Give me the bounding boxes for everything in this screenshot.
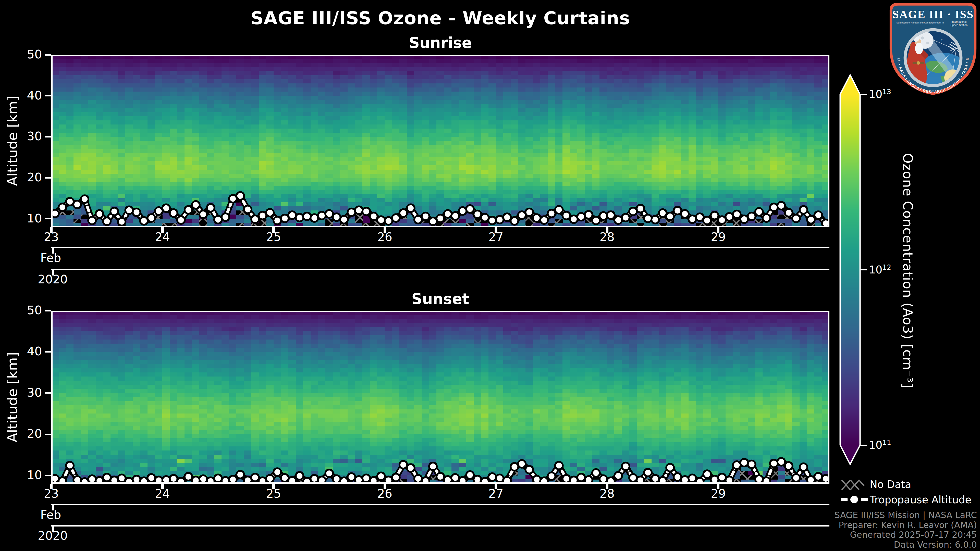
page-title: SAGE III/ISS Ozone - Weekly Curtains — [51, 8, 829, 29]
attribution-line: Data Version: 6.0.0 — [834, 540, 977, 550]
sunset-month-line — [51, 504, 829, 505]
x-tick-label: 26 — [367, 487, 403, 500]
tropopause-line-icon — [840, 493, 868, 506]
x-tick-label: 27 — [478, 487, 514, 500]
logo-subtitle-right-2: Space Station — [950, 24, 967, 27]
x-tick-label: 23 — [33, 487, 69, 500]
attribution-line: Generated 2025-07-17 20:45 — [834, 530, 977, 540]
attribution-block: SAGE III/ISS Mission | NASA LaRC Prepare… — [834, 510, 977, 549]
y-tick-label: 50 — [9, 303, 42, 317]
y-tick-label: 20 — [9, 427, 42, 441]
x-tick-label: 29 — [700, 230, 736, 244]
y-tick-label: 40 — [9, 88, 42, 102]
colorbar-tick-mark — [861, 94, 867, 95]
y-tick-mark — [45, 475, 51, 476]
colorbar-tick-mark — [861, 269, 867, 270]
sunset-year-label: 2020 — [38, 529, 68, 543]
attribution-line: SAGE III/ISS Mission | NASA LaRC — [834, 510, 977, 520]
logo-moon-crater-2 — [926, 42, 929, 44]
no-data-hatch-icon — [840, 478, 865, 492]
y-tick-mark — [45, 310, 51, 311]
x-tick-label: 28 — [589, 230, 625, 244]
colorbar-tick-label: 1012 — [869, 263, 891, 276]
sunrise-heatmap-canvas — [51, 55, 829, 227]
y-tick-mark — [45, 218, 51, 219]
x-tick-label: 24 — [145, 487, 180, 500]
colorbar-tick-label: 1011 — [869, 438, 891, 451]
x-tick-label: 25 — [256, 230, 291, 244]
sunrise-year-line — [51, 269, 829, 270]
attribution-line: Preparer: Kevin R. Leavor (AMA) — [834, 520, 977, 530]
y-tick-label: 10 — [9, 468, 42, 482]
sunset-year-line — [51, 525, 829, 527]
y-tick-mark — [45, 95, 51, 97]
x-tick-label: 26 — [367, 230, 403, 244]
y-tick-mark — [45, 433, 51, 435]
y-tick-mark — [45, 54, 51, 56]
sage-iss-mission-logo: SAGE III · ISS Stratospheric Aerosol and… — [888, 2, 978, 97]
sunset-panel-title: Sunset — [51, 290, 829, 308]
y-tick-label: 30 — [9, 386, 42, 400]
sunrise-year-label: 2020 — [38, 272, 68, 286]
x-tick-label: 23 — [33, 230, 69, 244]
colorbar-tick-label: 1013 — [869, 88, 891, 100]
sunset-heatmap-canvas — [51, 311, 829, 484]
y-tick-label: 50 — [9, 47, 42, 61]
y-tick-mark — [45, 392, 51, 394]
x-tick-label: 24 — [145, 230, 180, 244]
y-tick-label: 20 — [9, 170, 42, 184]
y-tick-label: 30 — [9, 129, 42, 143]
colorbar-gradient-arrow — [840, 75, 860, 464]
x-tick-label: 29 — [700, 487, 736, 500]
y-tick-mark — [45, 351, 51, 353]
y-tick-mark — [45, 177, 51, 179]
y-tick-mark — [45, 136, 51, 138]
sunrise-month-label: Feb — [40, 251, 61, 265]
sunset-month-label: Feb — [40, 508, 61, 522]
sunrise-panel-title: Sunrise — [51, 34, 829, 52]
no-data-legend-label: No Data — [870, 478, 912, 490]
y-tick-label: 40 — [9, 345, 42, 359]
logo-subtitle-left: Stratospheric Aerosol and Gas Experiment… — [896, 21, 943, 24]
colorbar-label: Ozone Concentration (Ao3) [cm⁻³] — [896, 96, 919, 445]
tropopause-legend-label: Tropopause Altitude — [870, 494, 971, 506]
y-tick-label: 10 — [9, 211, 42, 225]
figure-stage: SAGE III/ISS Ozone - Weekly Curtains Sun… — [0, 0, 980, 551]
x-tick-label: 25 — [256, 487, 291, 500]
sunrise-month-line — [51, 247, 829, 248]
colorbar-tick-mark — [861, 445, 867, 446]
logo-moon-crater — [921, 37, 924, 40]
x-tick-label: 28 — [589, 487, 625, 500]
x-tick-label: 27 — [478, 230, 514, 244]
logo-subtitle-right-1: International — [951, 20, 966, 23]
logo-star-icon-3: ✦ — [940, 38, 943, 42]
logo-title: SAGE III · ISS — [892, 8, 974, 21]
